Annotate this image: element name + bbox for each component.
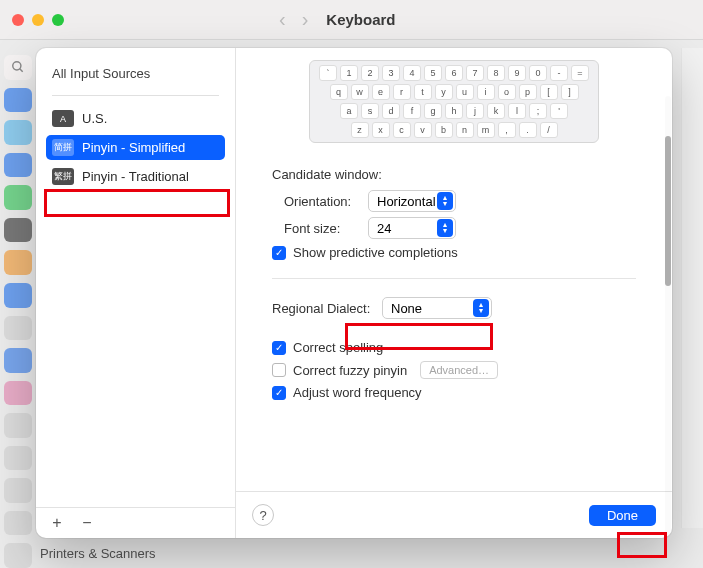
chevron-updown-icon: ▴▾	[437, 192, 453, 210]
input-source-list: A U.S. 简拼 Pinyin - Simplified 繁拼 Pinyin …	[36, 106, 235, 507]
dock-item[interactable]	[4, 283, 32, 308]
key-': '	[550, 103, 568, 119]
key-s: s	[361, 103, 379, 119]
scrollbar-thumb[interactable]	[665, 136, 671, 286]
dock-item[interactable]	[4, 381, 32, 406]
regional-dialect-select[interactable]: None ▴▾	[382, 297, 492, 319]
predictive-completions-label: Show predictive completions	[293, 245, 458, 260]
predictive-completions-row[interactable]: ✓ Show predictive completions	[272, 245, 636, 260]
key-q: q	[330, 84, 348, 100]
svg-line-1	[20, 69, 23, 72]
key-=: =	[571, 65, 589, 81]
key-t: t	[414, 84, 432, 100]
chevron-updown-icon: ▴▾	[473, 299, 489, 317]
key-/: /	[540, 122, 558, 138]
correct-spelling-label: Correct spelling	[293, 340, 383, 355]
keyboard-layout-preview: `1234567890-= qwertyuiop[] asdfghjkl;' z…	[309, 60, 599, 143]
help-button[interactable]: ?	[252, 504, 274, 526]
key-o: o	[498, 84, 516, 100]
page-title: Keyboard	[326, 11, 395, 28]
close-window-icon[interactable]	[12, 14, 24, 26]
key-,: ,	[498, 122, 516, 138]
divider	[52, 95, 219, 96]
dock-item[interactable]	[4, 316, 32, 341]
background-section-label: Printers & Scanners	[40, 538, 156, 568]
input-source-pinyin-simplified[interactable]: 简拼 Pinyin - Simplified	[46, 135, 225, 160]
correct-fuzzy-row[interactable]: Correct fuzzy pinyin Advanced…	[272, 361, 636, 379]
window-header: ‹ › Keyboard	[0, 0, 703, 40]
key-g: g	[424, 103, 442, 119]
key-`: `	[319, 65, 337, 81]
input-source-label: Pinyin - Traditional	[82, 169, 189, 184]
dock-item[interactable]	[4, 413, 32, 438]
key-n: n	[456, 122, 474, 138]
input-source-us[interactable]: A U.S.	[46, 106, 225, 131]
adjust-frequency-row[interactable]: ✓ Adjust word frequency	[272, 385, 636, 400]
add-source-button[interactable]: +	[48, 514, 66, 532]
correct-fuzzy-label: Correct fuzzy pinyin	[293, 363, 407, 378]
input-source-pinyin-traditional[interactable]: 繁拼 Pinyin - Traditional	[46, 164, 225, 189]
key-r: r	[393, 84, 411, 100]
dock-item[interactable]	[4, 446, 32, 471]
key-b: b	[435, 122, 453, 138]
modal-footer: ? Done	[236, 491, 672, 538]
dock-item[interactable]	[4, 88, 32, 113]
dock-item[interactable]	[4, 120, 32, 145]
key-6: 6	[445, 65, 463, 81]
font-size-select[interactable]: 24 ▴▾	[368, 217, 456, 239]
dock-item[interactable]	[4, 153, 32, 178]
dock-item[interactable]	[4, 348, 32, 373]
key-7: 7	[466, 65, 484, 81]
dock-item[interactable]	[4, 543, 32, 568]
key-x: x	[372, 122, 390, 138]
key-k: k	[487, 103, 505, 119]
search-icon[interactable]	[4, 55, 32, 80]
scrollbar[interactable]	[665, 96, 671, 538]
key-4: 4	[403, 65, 421, 81]
key-8: 8	[487, 65, 505, 81]
remove-source-button[interactable]: −	[78, 514, 96, 532]
key-j: j	[466, 103, 484, 119]
dock-item[interactable]	[4, 218, 32, 243]
nav-forward-icon[interactable]: ›	[302, 8, 309, 31]
correct-spelling-row[interactable]: ✓ Correct spelling	[272, 340, 636, 355]
maximize-window-icon[interactable]	[52, 14, 64, 26]
orientation-select[interactable]: Horizontal ▴▾	[368, 190, 456, 212]
minimize-window-icon[interactable]	[32, 14, 44, 26]
checkbox-icon[interactable]: ✓	[272, 386, 286, 400]
key-d: d	[382, 103, 400, 119]
key-m: m	[477, 122, 495, 138]
font-size-label: Font size:	[284, 221, 368, 236]
key-i: i	[477, 84, 495, 100]
divider	[272, 278, 636, 279]
adjust-frequency-label: Adjust word frequency	[293, 385, 422, 400]
settings-sidebar-dock	[0, 40, 36, 568]
advanced-button[interactable]: Advanced…	[420, 361, 498, 379]
dock-item[interactable]	[4, 511, 32, 536]
checkbox-icon[interactable]: ✓	[272, 341, 286, 355]
sidebar-title: All Input Sources	[36, 48, 235, 87]
dock-item[interactable]	[4, 478, 32, 503]
key-0: 0	[529, 65, 547, 81]
font-size-row: Font size: 24 ▴▾	[284, 217, 636, 239]
keyboard-badge-icon: 繁拼	[52, 168, 74, 185]
keyboard-badge-icon: 简拼	[52, 139, 74, 156]
key-1: 1	[340, 65, 358, 81]
chevron-updown-icon: ▴▾	[437, 219, 453, 237]
key--: -	[550, 65, 568, 81]
key-3: 3	[382, 65, 400, 81]
dock-item[interactable]	[4, 185, 32, 210]
done-button[interactable]: Done	[589, 505, 656, 526]
regional-dialect-value: None	[391, 301, 422, 316]
nav-back-icon[interactable]: ‹	[279, 8, 286, 31]
checkbox-icon[interactable]: ✓	[272, 246, 286, 260]
dock-item[interactable]	[4, 250, 32, 275]
key-v: v	[414, 122, 432, 138]
key-u: u	[456, 84, 474, 100]
key-9: 9	[508, 65, 526, 81]
orientation-row: Orientation: Horizontal ▴▾	[284, 190, 636, 212]
key-p: p	[519, 84, 537, 100]
key-a: a	[340, 103, 358, 119]
checkbox-icon[interactable]	[272, 363, 286, 377]
input-source-settings-panel: `1234567890-= qwertyuiop[] asdfghjkl;' z…	[236, 48, 672, 538]
